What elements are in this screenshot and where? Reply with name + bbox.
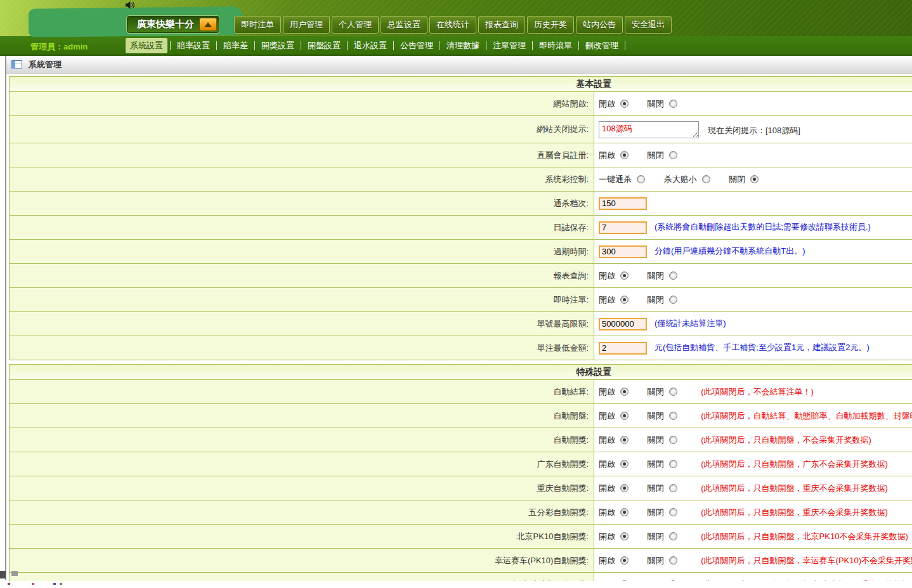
tab-separator (254, 41, 255, 50)
radio-button[interactable] (750, 175, 759, 183)
radio-option-off[interactable]: 關閉 (648, 483, 677, 494)
game-selector-dropdown[interactable]: 廣東快樂十分 (127, 16, 219, 33)
menu-item-safe-logout[interactable]: 安全退出 (625, 16, 672, 34)
tab-notice-mgmt[interactable]: 公告管理 (394, 38, 439, 53)
radio-option-on[interactable]: 開啟 (599, 483, 629, 494)
radio-button[interactable] (669, 508, 677, 516)
radio-option-off[interactable]: 關閉 (729, 174, 759, 185)
radio-button[interactable] (620, 412, 629, 420)
radio-option-off[interactable]: 關閉 (648, 150, 677, 161)
tab-odds-settings[interactable]: 賠率設置 (171, 38, 216, 53)
radio-option-on[interactable]: 開啟 (599, 98, 629, 110)
radio-option-on[interactable]: 開啟 (599, 507, 629, 518)
section-header-special: 特殊設置 (10, 365, 912, 380)
radio-option-off[interactable]: 關閉 (648, 531, 677, 542)
radio-label: 關閉 (648, 459, 664, 470)
radio-button[interactable] (620, 532, 629, 540)
menu-item-user-mgmt[interactable]: 用户管理 (283, 16, 330, 34)
tab-separator (440, 41, 440, 50)
radio-button[interactable] (620, 151, 629, 159)
radio-button[interactable] (637, 175, 645, 183)
radio-button[interactable] (620, 388, 629, 396)
radio-option-off[interactable]: 關閉 (648, 507, 677, 518)
field-hint: (系統將會自動刪除超出天數的日誌;需要修改請聯系技術員.) (655, 222, 871, 232)
dropdown-toggle-button[interactable] (199, 18, 217, 31)
radio-button[interactable] (702, 175, 710, 183)
tab-separator (301, 41, 301, 50)
tab-draw-settings[interactable]: 開獎設置 (256, 38, 300, 53)
radio-button[interactable] (669, 532, 677, 540)
section-title: 特殊設置 (10, 365, 912, 380)
radio-option-off[interactable]: 關閉 (648, 410, 677, 422)
tab-bet-mgmt[interactable]: 注單管理 (487, 38, 531, 53)
close-notice-textarea[interactable]: 108源码 (599, 121, 699, 138)
radio-option-kill-big[interactable]: 杀大赔小 (664, 174, 710, 185)
radio-button[interactable] (620, 460, 629, 468)
tab-rebate-settings[interactable]: 退水設置 (348, 38, 393, 53)
radio-button[interactable] (620, 556, 629, 565)
radio-option-on[interactable]: 開啟 (599, 386, 629, 398)
menu-item-site-notice[interactable]: 站内公告 (576, 16, 623, 34)
radio-option-off[interactable]: 關閉 (648, 270, 677, 282)
radio-button[interactable] (669, 436, 677, 444)
menu-item-history-draws[interactable]: 历史开奖 (527, 16, 574, 34)
tab-system-settings[interactable]: 系統設置 (126, 38, 167, 53)
radio-button[interactable] (669, 484, 677, 492)
settings-row-guangdong-auto-draw: 广东自動開獎: 開啟 關閉 (此項關閉后，只自動開盤，广东不会采集开奖数据) (10, 452, 912, 476)
radio-button[interactable] (620, 296, 629, 304)
radio-option-on[interactable]: 開啟 (599, 434, 629, 446)
tab-open-settings[interactable]: 開盤設置 (302, 38, 346, 53)
radio-button[interactable] (669, 151, 677, 159)
max-order-limit-input[interactable] (599, 318, 647, 330)
radio-option-off[interactable]: 關閉 (648, 555, 677, 566)
radio-option-on[interactable]: 開啟 (599, 531, 629, 542)
window-icon (11, 60, 22, 69)
radio-button[interactable] (669, 271, 677, 280)
settings-tabs: 系統設置 賠率設置 賠率差 開獎設置 開盤設置 退水設置 公告管理 清理數據 注… (126, 36, 626, 55)
radio-button[interactable] (620, 271, 629, 280)
menu-item-director-set[interactable]: 总监设置 (381, 16, 427, 34)
radio-button[interactable] (669, 296, 677, 304)
field-hint: 元(包括自動補貨、手工補貨;至少設置1元，建議設置2元。) (655, 343, 870, 352)
radio-button[interactable] (620, 484, 629, 492)
menu-item-personal-mgmt[interactable]: 个人管理 (332, 16, 379, 34)
radio-button[interactable] (620, 436, 629, 444)
screenshot-fragment (11, 571, 18, 576)
radio-button[interactable] (669, 556, 677, 565)
radio-button[interactable] (620, 100, 629, 108)
radio-option-off[interactable]: 關閉 (648, 386, 677, 398)
expire-minutes-input[interactable] (599, 245, 647, 258)
radio-option-on[interactable]: 開啟 (599, 270, 629, 282)
settings-row-auto-settle: 自動結算: 開啟 關閉 (此項關閉后，不会結算注单！) (10, 380, 912, 404)
menu-item-instant-bets[interactable]: 即时注单 (234, 16, 281, 34)
radio-option-off[interactable]: 關閉 (648, 459, 677, 470)
radio-option-on[interactable]: 開啟 (599, 410, 629, 422)
radio-button[interactable] (669, 412, 677, 420)
radio-button[interactable] (620, 508, 629, 516)
menu-item-online-stats[interactable]: 在线统计 (429, 16, 476, 34)
min-bet-amount-input[interactable] (599, 342, 647, 355)
radio-option-on[interactable]: 開啟 (599, 150, 629, 161)
tab-live-rolling[interactable]: 即時滾單 (533, 38, 578, 53)
radio-label: 關閉 (648, 386, 664, 398)
radio-option-on[interactable]: 開啟 (599, 555, 629, 566)
radio-option-on[interactable]: 開啟 (599, 459, 629, 470)
radio-option-off[interactable]: 關閉 (648, 294, 677, 306)
menu-item-report-query[interactable]: 报表查询 (478, 16, 525, 34)
radio-option-kill-all[interactable]: 一键通杀 (599, 174, 645, 185)
kill-level-input[interactable] (599, 197, 647, 210)
radio-option-on[interactable]: 開啟 (599, 294, 629, 306)
radio-option-off[interactable]: 關閉 (648, 434, 677, 446)
radio-button[interactable] (669, 100, 677, 108)
radio-button[interactable] (669, 388, 677, 396)
tab-odds-diff[interactable]: 賠率差 (218, 38, 254, 53)
settings-row-direct-register: 直屬會員註册: 開啟 關閉 (10, 143, 912, 167)
tab-clean-data[interactable]: 清理數據 (441, 38, 485, 53)
radio-option-off[interactable]: 關閉 (648, 98, 677, 110)
tab-edit-mgmt[interactable]: 刪改管理 (580, 38, 624, 53)
radio-button[interactable] (669, 460, 677, 468)
breadcrumb: 系統管理 (6, 56, 912, 74)
log-keep-days-input[interactable] (599, 221, 647, 234)
speaker-icon[interactable] (125, 1, 135, 10)
screenshot-fragment (60, 583, 62, 585)
